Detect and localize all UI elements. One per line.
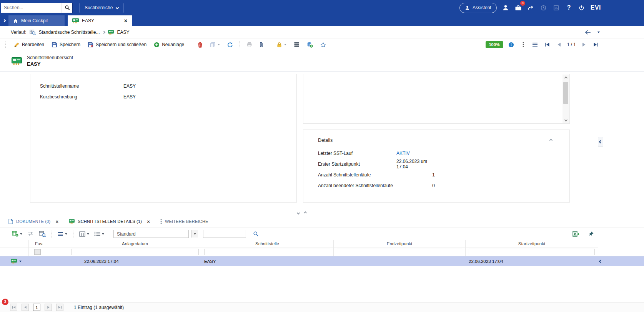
inbox-button[interactable]: 3: [514, 3, 522, 12]
power-button[interactable]: [578, 3, 586, 12]
grid-lookup-button[interactable]: [38, 230, 47, 238]
lock-button[interactable]: [274, 40, 289, 49]
details-value-link[interactable]: AKTIV: [396, 151, 435, 156]
tab-dokumente[interactable]: DOKUMENTE (0) ×: [8, 219, 58, 224]
global-search-input[interactable]: [1, 5, 62, 10]
help-button[interactable]: ?: [565, 3, 573, 12]
scrollbar-track[interactable]: [563, 81, 568, 116]
row-endzeitpunkt-cell[interactable]: [334, 256, 466, 266]
notification-badge[interactable]: 3: [2, 299, 8, 305]
column-header[interactable]: Startzeitpunkt: [466, 240, 598, 248]
export-excel-button[interactable]: [571, 230, 581, 238]
menu-button[interactable]: [531, 40, 539, 49]
create-new-button[interactable]: Neuanlage: [151, 40, 187, 49]
grid-menu-button[interactable]: [57, 231, 68, 237]
column-header[interactable]: Fav.: [29, 240, 69, 248]
attachments-button[interactable]: [257, 40, 266, 49]
current-page-box[interactable]: 1: [33, 304, 40, 311]
column-fav[interactable]: Fav.: [29, 240, 69, 256]
info-button[interactable]: [508, 40, 515, 49]
print-button[interactable]: [244, 40, 255, 49]
column-endzeitpunkt[interactable]: Endzeitpunkt: [334, 240, 466, 256]
first-page-button[interactable]: [10, 304, 17, 311]
reports-button[interactable]: [552, 3, 560, 12]
column-header[interactable]: Schnittstelle: [201, 240, 333, 248]
row-expander-cell[interactable]: [0, 256, 29, 266]
save-and-close-button[interactable]: Speichern und schließen: [85, 40, 149, 49]
close-icon[interactable]: ×: [124, 18, 127, 23]
field-value[interactable]: EASY: [123, 83, 136, 89]
view-combobox-dropdown[interactable]: [191, 230, 198, 238]
grid-search-button[interactable]: [252, 230, 260, 238]
tab-mein-cockpit[interactable]: Mein Cockpit: [8, 15, 65, 26]
tab-easy[interactable]: EASY ×: [68, 15, 132, 26]
scroll-down-icon[interactable]: [562, 116, 569, 123]
filter-anlagedatum-input[interactable]: [71, 249, 199, 255]
copy-button[interactable]: [207, 40, 223, 49]
assistant-button[interactable]: Assistent: [459, 3, 497, 13]
save-button[interactable]: Speichern: [49, 40, 83, 49]
favorite-button[interactable]: [318, 40, 329, 49]
column-schnittstelle[interactable]: Schnittstelle: [201, 240, 334, 256]
search-areas-button[interactable]: Suchbereiche: [79, 3, 124, 13]
next-page-button[interactable]: [45, 304, 52, 311]
previous-record-button[interactable]: [555, 40, 563, 49]
more-options-button[interactable]: [519, 40, 527, 49]
next-record-button[interactable]: [580, 40, 588, 49]
column-header[interactable]: Anlagedatum: [69, 240, 201, 248]
vertical-scrollbar[interactable]: [562, 75, 569, 123]
previous-page-button[interactable]: [22, 304, 29, 311]
page-subtitle: Schnittstellenübersicht: [27, 55, 73, 61]
table-row-selected[interactable]: 22.06.2023 17:04 EASY 22.06.2023 17:04: [0, 256, 644, 266]
filter-endzeitpunkt-input[interactable]: [337, 249, 462, 255]
filter-startzeitpunkt-input[interactable]: [469, 249, 595, 255]
scroll-up-icon[interactable]: [562, 75, 569, 81]
splitter-expand-icon[interactable]: [304, 211, 307, 214]
close-icon[interactable]: ×: [55, 219, 58, 224]
tab-schnittstellen-details[interactable]: SCHNITTSTELLEN-DETAILS (1) ×: [69, 219, 150, 224]
side-panel-toggle[interactable]: [598, 137, 603, 147]
column-startzeitpunkt[interactable]: Startzeitpunkt: [466, 240, 598, 256]
grid-view-button[interactable]: [93, 231, 105, 237]
user-button[interactable]: [502, 3, 509, 12]
row-anlagedatum-cell[interactable]: 22.06.2023 17:04: [69, 256, 201, 266]
last-page-button[interactable]: [56, 304, 63, 311]
pin-grid-button[interactable]: [587, 230, 595, 238]
grid-columns-button[interactable]: [78, 231, 90, 238]
field-value[interactable]: EASY: [123, 94, 136, 100]
last-record-button[interactable]: [592, 40, 600, 49]
refresh-button[interactable]: [225, 40, 236, 49]
first-record-button[interactable]: [543, 40, 551, 49]
splitter-collapse-icon[interactable]: [297, 211, 300, 214]
delete-button[interactable]: [195, 40, 205, 49]
undo-button[interactable]: [527, 3, 535, 12]
edit-button[interactable]: Bearbeiten: [11, 40, 47, 49]
filter-schnittstelle-input[interactable]: [204, 249, 330, 255]
close-icon[interactable]: ×: [147, 219, 150, 224]
history-dropdown-button[interactable]: [595, 28, 602, 37]
scrollbar-thumb[interactable]: [563, 82, 568, 104]
view-combobox[interactable]: Standard: [113, 230, 189, 238]
row-panel-toggle-icon[interactable]: [599, 259, 602, 263]
row-fav-cell[interactable]: [29, 256, 69, 266]
grid-compare-button[interactable]: [26, 231, 35, 237]
fav-filter-checkbox[interactable]: [34, 249, 41, 255]
row-actions-caret-icon[interactable]: [19, 261, 22, 262]
records-button[interactable]: [291, 40, 302, 49]
expand-tabs-button[interactable]: [0, 15, 8, 26]
search-button[interactable]: [62, 3, 72, 13]
back-button[interactable]: [584, 28, 592, 37]
grid-quick-search-input[interactable]: [203, 230, 246, 238]
zoom-badge[interactable]: 100%: [486, 41, 503, 48]
grid-new-button[interactable]: [11, 230, 23, 238]
row-startzeitpunkt-cell[interactable]: 22.06.2023 17:04: [466, 256, 598, 266]
tab-weitere-bereiche[interactable]: WEITERE BEREICHE: [160, 219, 208, 224]
history-button[interactable]: [540, 3, 547, 12]
row-schnittstelle-cell[interactable]: EASY: [201, 256, 334, 266]
column-header[interactable]: Endzeitpunkt: [334, 240, 465, 248]
collapse-icon[interactable]: [549, 139, 552, 142]
breadcrumb-item-easy[interactable]: EASY: [117, 30, 129, 35]
breadcrumb-item-search[interactable]: Standardsuche Schnittstelle...: [39, 30, 100, 35]
add-to-dataset-button[interactable]: [304, 40, 316, 49]
column-anlagedatum[interactable]: Anlagedatum: [69, 240, 201, 256]
